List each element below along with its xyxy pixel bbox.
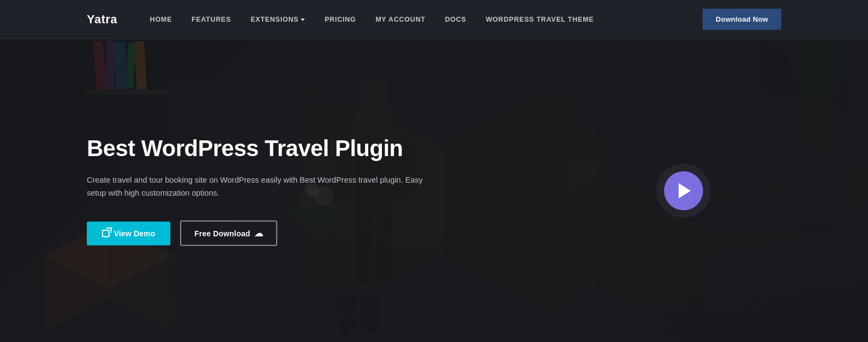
hero-section: Best WordPress Travel Plugin Create trav… xyxy=(0,39,868,342)
nav-item-my-account[interactable]: MY ACCOUNT xyxy=(375,16,425,23)
cloud-download-icon: ☁ xyxy=(254,228,263,238)
nav-menu: HOME FEATURES EXTENSIONS PRICING MY ACCO… xyxy=(150,16,703,23)
nav-item-wp-travel-theme[interactable]: WORDPRESS TRAVEL THEME xyxy=(486,16,594,23)
external-link-icon xyxy=(102,229,110,237)
view-demo-button[interactable]: View Demo xyxy=(87,221,170,245)
brand-logo[interactable]: Yatra xyxy=(87,12,117,27)
nav-item-home[interactable]: HOME xyxy=(150,16,172,23)
hero-description: Create travel and tour booking site on W… xyxy=(87,173,434,200)
play-button-inner[interactable] xyxy=(664,171,703,210)
play-icon xyxy=(679,183,691,198)
nav-item-extensions[interactable]: EXTENSIONS xyxy=(251,16,305,23)
hero-buttons: View Demo Free Download ☁ xyxy=(87,221,434,246)
nav-item-docs[interactable]: DOCS xyxy=(445,16,466,23)
hero-content: Best WordPress Travel Plugin Create trav… xyxy=(87,135,434,246)
download-now-button[interactable]: Download Now xyxy=(703,9,781,30)
navbar: Yatra HOME FEATURES EXTENSIONS PRICING M… xyxy=(0,0,868,39)
hero-title: Best WordPress Travel Plugin xyxy=(87,135,434,161)
chevron-down-icon xyxy=(301,18,305,21)
play-button-container xyxy=(656,164,711,218)
free-download-button[interactable]: Free Download ☁ xyxy=(180,221,277,246)
nav-item-features[interactable]: FEATURES xyxy=(192,16,231,23)
play-button-outer[interactable] xyxy=(656,164,711,218)
nav-item-pricing[interactable]: PRICING xyxy=(324,16,356,23)
